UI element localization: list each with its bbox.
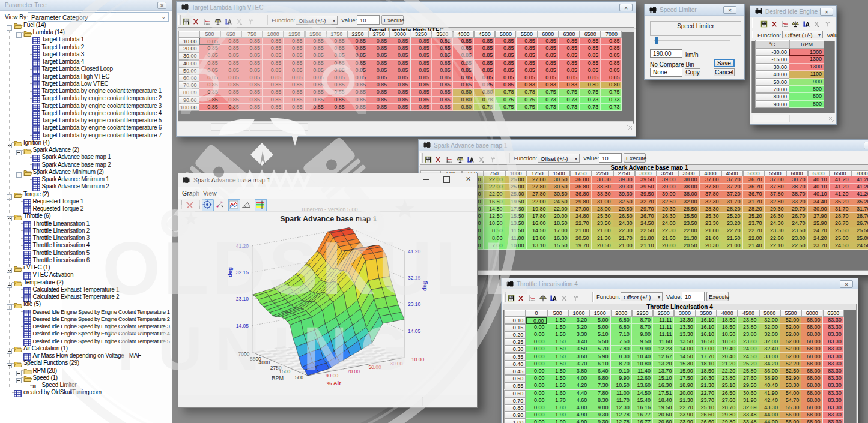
svg-text:TunerPro - Version 5.00: TunerPro - Version 5.00 bbox=[300, 206, 357, 212]
svg-text:32.15: 32.15 bbox=[236, 269, 249, 275]
svg-text:10.00: 10.00 bbox=[411, 356, 425, 362]
svg-text:4000: 4000 bbox=[258, 359, 270, 365]
svg-text:% Air: % Air bbox=[327, 380, 341, 386]
svg-text:Spark Advance base map 1: Spark Advance base map 1 bbox=[280, 215, 377, 223]
svg-text:14.05: 14.05 bbox=[408, 328, 421, 334]
svg-text:23.10: 23.10 bbox=[408, 301, 421, 307]
svg-text:70.00: 70.00 bbox=[347, 368, 360, 374]
svg-text:1500: 1500 bbox=[279, 368, 290, 374]
svg-text:deg: deg bbox=[226, 267, 233, 277]
svg-text:23.10: 23.10 bbox=[236, 296, 249, 302]
svg-text:14.05: 14.05 bbox=[236, 323, 249, 329]
svg-text:7000: 7000 bbox=[238, 351, 250, 357]
svg-text:41.20: 41.20 bbox=[236, 243, 249, 249]
svg-text:41.20: 41.20 bbox=[408, 248, 421, 254]
svg-text:deg: deg bbox=[421, 281, 428, 291]
svg-text:32.15: 32.15 bbox=[408, 275, 421, 281]
svg-text:50.00: 50.00 bbox=[368, 364, 381, 370]
svg-text:RPM: RPM bbox=[272, 375, 284, 381]
svg-text:500: 500 bbox=[295, 374, 303, 380]
svg-text:30.00: 30.00 bbox=[390, 361, 403, 367]
svg-text:90.00: 90.00 bbox=[326, 373, 339, 379]
